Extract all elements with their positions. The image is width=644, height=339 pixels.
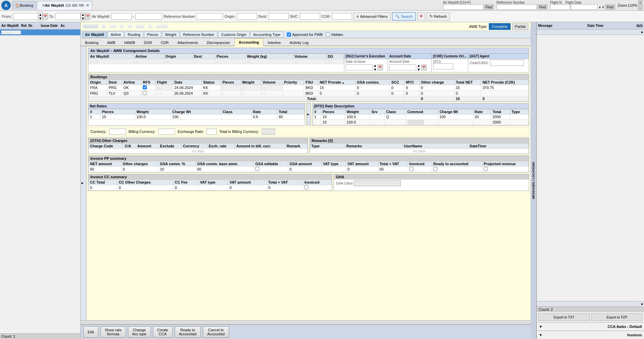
tab-accounting[interactable]: Accounting [234,38,264,46]
find-ref-button[interactable]: Find [538,4,547,10]
table-row[interactable]: 60 0 10 60 6 0 60 [89,166,529,172]
sci-input[interactable]: T1 [433,63,453,69]
zoom-out-button[interactable]: - [638,5,643,10]
rp-arrow-bottom-icon[interactable]: ► [641,302,644,306]
tab-hawb[interactable]: HAWB [120,38,139,46]
tab-dgr[interactable]: DGR [139,38,156,46]
date-of-issue-input[interactable]: 10.06.2024 [346,64,373,70]
horizontal-scrollbar[interactable] [81,320,530,324]
collapse-left-button[interactable]: ◄ [81,46,87,320]
export-txt-button[interactable]: Export to TXT [538,313,590,321]
table-row[interactable]: FRA PRG OK ---- 24.06.2024 KK -- -- [89,85,529,91]
tab-discrepancies[interactable]: Discrepancies [202,38,234,46]
tab-awb[interactable]: AWB [103,38,120,46]
from-date-spin-up[interactable]: ▲▼ [38,12,43,21]
tab-attachments[interactable]: Attachments [173,38,202,46]
table-row[interactable]: 1 10 100.0 100 0.6 60 [89,114,305,119]
sub-tab-ref-number[interactable]: Reference Number [180,32,217,38]
pp-invoiced-checkbox[interactable] [410,167,414,171]
dest-filter-input[interactable] [268,13,289,20]
tab-close-icon[interactable]: ✕ [42,3,45,8]
table-row[interactable]: 10 100.0 2000 [313,119,529,125]
sub-tab-air-waybill[interactable]: Air Waybill [82,32,107,38]
complete-button[interactable]: Complete [489,23,511,30]
from-date-cal-button[interactable]: 📅 [43,13,48,20]
air-waybill-search-input[interactable] [443,4,483,10]
total-billing-input[interactable]: 60 [262,129,275,135]
billing-currency-input[interactable]: EUR [158,129,175,135]
partial-button[interactable]: Partial [512,23,528,30]
cca-header[interactable]: ▼ CCA Awbs - Default [539,324,642,329]
show-rate-formula-button[interactable]: Show rateformula [100,326,126,338]
sub-tab-accounting-type[interactable]: Accounting Type [250,32,284,38]
sub-tab-airline[interactable]: Airline [108,32,124,38]
code-cass-input[interactable] [490,60,524,66]
cc-invoiced-checkbox[interactable] [304,185,308,189]
messages-locations-label[interactable]: MESSAGES / LOCATIONS [530,22,536,339]
find-flight-button[interactable]: Find [605,4,615,10]
sub-tab-pieces[interactable]: Pieces [144,32,161,38]
to-date-spin-up[interactable]: ▲▼ [81,12,85,21]
approved-fwb-label[interactable]: Approved for FWB [287,33,323,37]
cancel-accounted-button[interactable]: Cancel toAccounted [203,326,229,338]
list-item[interactable]: --- --- --- [0,30,80,36]
change-acc-type-button[interactable]: ChangeAcc type [128,326,151,338]
invoices-header[interactable]: ▼ Invoices [539,332,642,338]
refresh-button[interactable]: ↻ Refresh [427,12,450,20]
pp-ready-accounted-checkbox[interactable] [433,167,437,171]
air-waybill-filter-input1[interactable] [112,13,132,20]
rp-arrow-icon[interactable]: ► [641,30,644,34]
shc-filter-input[interactable] [300,13,320,20]
tab-interline[interactable]: Interline [263,38,285,46]
origin-filter-input[interactable] [237,13,257,20]
search-button[interactable]: 🔍 Search [392,12,416,20]
tab-cdr[interactable]: CDR [156,38,173,46]
ref-number-input[interactable] [497,4,537,10]
edit-button[interactable]: Edit [83,326,98,338]
cor-filter-input[interactable] [332,13,352,20]
clear-button[interactable]: ✕ [417,12,425,20]
flight-n-input[interactable] [550,4,570,10]
flight-date-input[interactable]: 10.06.2024 [571,4,598,10]
gsa-editable-checkbox[interactable] [255,167,259,171]
account-date-label: Account Date [389,60,430,63]
sub-tab-weight[interactable]: Weight [162,32,179,38]
table-row[interactable]: 0 0 0 0 0 [89,185,332,191]
bk-cell-dest2: TLV [107,91,122,96]
ad-cal-button[interactable]: 📅 [421,64,427,70]
account-date-input[interactable]: 25.06.2024 [389,64,416,70]
hidden-label[interactable]: Hidden [326,33,343,37]
create-cca-button[interactable]: CreateCCA [153,326,173,338]
tab-air-waybill[interactable]: ✕ Air Waybill 123 456 789 ✕ [37,1,92,10]
table-row[interactable]: PRG TLV QS ---- 26.06.2024 KK -- -- [89,91,529,96]
zoom-in-button[interactable]: + [638,0,643,5]
sub-tab-customs-origin[interactable]: Customs Origin [218,32,250,38]
approved-fwb-checkbox[interactable] [287,33,291,37]
rfs-checkbox-1[interactable] [143,85,147,89]
tab-close-icon2[interactable]: ✕ [86,3,89,8]
export-fzp-button[interactable]: Export to FZP [591,313,643,321]
to-date-cal-button[interactable]: 📅 [85,13,90,20]
reference-number-filter-input[interactable] [196,13,223,20]
tab-booking[interactable]: Booking [81,38,103,46]
collapse-rtd-button[interactable]: ► [306,103,311,126]
tab-activity-log[interactable]: Activity Log [285,38,313,46]
rfs-checkbox-2[interactable] [143,91,147,95]
table-row[interactable]: --- --- --- --- --- -- --- --- -- [89,59,344,64]
table-row[interactable]: 1 10 100.0 Q 100 20 2000 [313,114,529,119]
find-awb-button[interactable]: Find [484,4,494,10]
bk-cell-fsu2: BKD [304,91,318,96]
doi-cal-button[interactable]: 📅 [378,64,383,70]
air-waybill-filter-input2[interactable] [135,13,162,20]
currency-input[interactable]: EUR [109,129,126,135]
advanced-filters-button[interactable]: ≡ Advanced Filters [353,12,390,20]
gha-client-input[interactable] [354,180,401,186]
hidden-checkbox[interactable] [326,33,330,37]
from-date-input[interactable]: 10.06.2024 [13,13,38,20]
ready-accounted-button[interactable]: Ready toAccounted [175,326,201,338]
sub-tab-routing[interactable]: Routing [125,32,143,38]
pp-projected-checkbox[interactable] [484,167,488,171]
exchange-rate-input[interactable]: 1 [207,129,217,135]
tab-booking[interactable]: 🏠 Booking [12,1,36,10]
to-date-input[interactable]: 10.06.2024 [55,13,81,20]
